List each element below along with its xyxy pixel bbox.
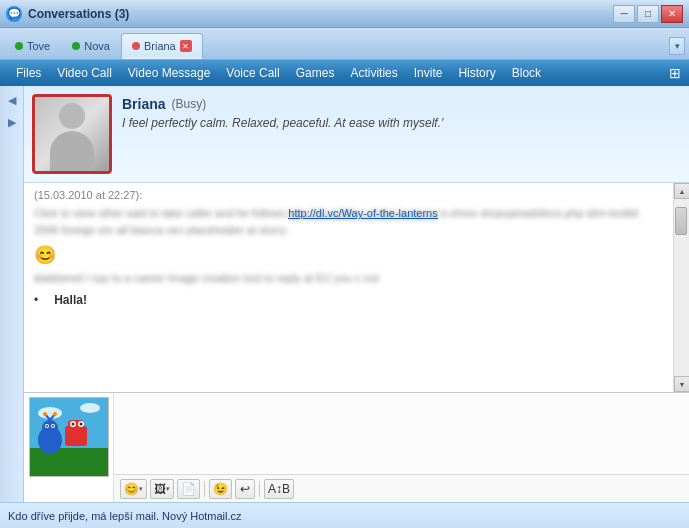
contact-text: Briana (Busy) I feel perfectly calm. Rel…: [122, 94, 681, 174]
contact-status-message: I feel perfectly calm. Relaxed, peaceful…: [122, 116, 681, 130]
menu-block[interactable]: Block: [504, 64, 549, 82]
contact-avatar: [32, 94, 112, 174]
contact-name: Briana: [122, 96, 166, 112]
left-sidebar: ◀ ▶: [0, 86, 24, 502]
emoji-message: 😊: [34, 244, 663, 266]
insert-image-button[interactable]: 🖼 ▾: [150, 479, 174, 499]
menu-voice-call[interactable]: Voice Call: [218, 64, 287, 82]
emoji-dropdown-arrow: ▾: [139, 485, 143, 493]
svg-rect-1: [30, 448, 109, 477]
toolbar-separator-2: [259, 481, 260, 497]
file-icon: 📄: [181, 482, 196, 496]
file-button[interactable]: 📄: [177, 479, 200, 499]
window-controls: ─ □ ✕: [613, 5, 683, 23]
messages-area: (15.03.2010 at 22:27): Click to view oth…: [24, 183, 689, 392]
menu-history[interactable]: History: [450, 64, 503, 82]
tab-status-dot: [132, 42, 140, 50]
main-area: ◀ ▶ Briana (Busy) I feel perfectly calm.…: [0, 86, 689, 502]
emoji-icon: 😊: [124, 482, 139, 496]
svg-point-15: [46, 425, 48, 427]
menu-games[interactable]: Games: [288, 64, 343, 82]
font-icon: A↕B: [268, 482, 290, 496]
blurred-message-2: blabbered I say to a career Image creati…: [34, 270, 663, 287]
svg-point-12: [42, 420, 58, 436]
tab-bar: Tove Nova Briana ✕ ▾: [0, 28, 689, 60]
messages-scroll[interactable]: (15.03.2010 at 22:27): Click to view oth…: [24, 183, 673, 392]
scroll-thumb[interactable]: [675, 207, 687, 235]
chat-panel: Briana (Busy) I feel perfectly calm. Rel…: [24, 86, 689, 502]
minimize-button[interactable]: ─: [613, 5, 635, 23]
game-avatar-image: [29, 397, 109, 477]
input-avatar-area: [24, 393, 114, 502]
menu-files[interactable]: Files: [8, 64, 49, 82]
bold-chat-message: Halla!: [54, 293, 87, 307]
wink-icon: 😉: [213, 482, 228, 496]
tab-tove[interactable]: Tove: [4, 33, 61, 59]
menu-invite[interactable]: Invite: [406, 64, 451, 82]
menu-settings-button[interactable]: ⊞: [669, 65, 681, 81]
svg-point-10: [79, 423, 82, 426]
message-timestamp: (15.03.2010 at 22:27):: [34, 189, 663, 201]
scroll-track[interactable]: [674, 199, 689, 376]
tab-label: Briana: [144, 40, 176, 52]
scrollbar[interactable]: ▲ ▼: [673, 183, 689, 392]
nudge-icon: ↩: [240, 482, 250, 496]
chat-input-field[interactable]: [114, 393, 689, 474]
status-bar: Kdo dříve přijde, má lepší mail. Nový Ho…: [0, 502, 689, 528]
menu-activities[interactable]: Activities: [342, 64, 405, 82]
svg-point-4: [80, 403, 100, 413]
svg-point-20: [53, 412, 57, 416]
font-button[interactable]: A↕B: [264, 479, 294, 499]
sidebar-icon-1[interactable]: ◀: [4, 92, 20, 108]
bullet-point: •: [34, 293, 38, 307]
image-icon: 🖼: [154, 482, 166, 496]
svg-point-18: [43, 412, 47, 416]
svg-point-16: [52, 425, 54, 427]
tab-status-dot: [72, 42, 80, 50]
contact-info-area: Briana (Busy) I feel perfectly calm. Rel…: [24, 86, 689, 183]
image-dropdown-arrow: ▾: [166, 485, 170, 493]
svg-point-3: [38, 407, 62, 419]
tab-label: Nova: [84, 40, 110, 52]
menu-video-call[interactable]: Video Call: [49, 64, 119, 82]
menu-video-message[interactable]: Video Message: [120, 64, 219, 82]
input-section: 😊 ▾ 🖼 ▾ 📄 😉 ↩: [24, 392, 689, 502]
scroll-down-button[interactable]: ▼: [674, 376, 689, 392]
window-title: Conversations (3): [28, 7, 613, 21]
tab-label: Tove: [27, 40, 50, 52]
blurred-message-1: Click to view other said to take caller …: [34, 205, 663, 238]
scroll-up-button[interactable]: ▲: [674, 183, 689, 199]
close-button[interactable]: ✕: [661, 5, 683, 23]
tab-status-dot: [15, 42, 23, 50]
avatar-head: [59, 103, 85, 129]
tab-briana[interactable]: Briana ✕: [121, 33, 203, 59]
nudge-button[interactable]: ↩: [235, 479, 255, 499]
tab-dropdown-button[interactable]: ▾: [669, 37, 685, 55]
menu-bar: Files Video Call Video Message Voice Cal…: [0, 60, 689, 86]
title-bar: 💬 Conversations (3) ─ □ ✕: [0, 0, 689, 28]
tab-close-button[interactable]: ✕: [180, 40, 192, 52]
input-toolbar: 😊 ▾ 🖼 ▾ 📄 😉 ↩: [114, 474, 689, 502]
sidebar-icon-2[interactable]: ▶: [4, 114, 20, 130]
toolbar-separator-1: [204, 481, 205, 497]
avatar-body: [50, 131, 94, 171]
input-right-panel: 😊 ▾ 🖼 ▾ 📄 😉 ↩: [114, 393, 689, 502]
app-icon: 💬: [6, 6, 22, 22]
avatar-silhouette: [42, 99, 102, 169]
svg-point-9: [71, 423, 74, 426]
contact-status: (Busy): [172, 97, 207, 111]
wink-button[interactable]: 😉: [209, 479, 232, 499]
restore-button[interactable]: □: [637, 5, 659, 23]
emoji-button[interactable]: 😊 ▾: [120, 479, 147, 499]
status-text: Kdo dříve přijde, má lepší mail. Nový Ho…: [8, 510, 242, 522]
tab-nova[interactable]: Nova: [61, 33, 121, 59]
